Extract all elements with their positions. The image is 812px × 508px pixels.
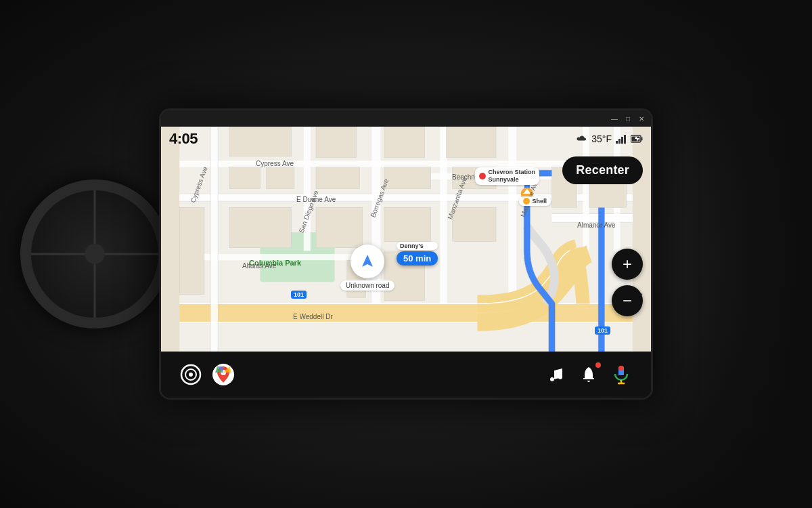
- svg-rect-34: [384, 127, 425, 158]
- svg-rect-19: [440, 127, 447, 303]
- notification-dot: [595, 362, 601, 368]
- close-button[interactable]: ✕: [637, 114, 646, 123]
- svg-rect-33: [447, 127, 496, 158]
- columbia-park-label: Columbia Park: [249, 259, 301, 267]
- zoom-in-button[interactable]: +: [612, 249, 643, 280]
- e-weddell-label: E Weddell Dr: [293, 313, 333, 320]
- svg-rect-32: [453, 207, 496, 241]
- zoom-controls: + −: [612, 249, 643, 316]
- svg-rect-29: [384, 167, 431, 189]
- bell-icon: [580, 366, 597, 383]
- assistant-icon: [611, 364, 631, 385]
- notifications-nav-item[interactable]: [572, 358, 605, 391]
- svg-rect-30: [384, 207, 431, 241]
- svg-rect-55: [618, 366, 624, 371]
- svg-rect-39: [179, 207, 204, 294]
- maps-nav-item[interactable]: [207, 358, 240, 391]
- dennys-route-info: Denny's 50 min: [397, 242, 438, 266]
- highway-shield-101-right: 101: [595, 326, 610, 335]
- cypress-ave-label: Cypress Ave: [256, 160, 294, 167]
- svg-rect-25: [267, 167, 294, 189]
- recenter-button[interactable]: Recenter: [562, 156, 643, 184]
- maps-icon: [212, 363, 235, 386]
- shell-poi[interactable]: Shell: [519, 196, 551, 206]
- minimize-button[interactable]: —: [610, 114, 618, 123]
- nav-location-bubble: Unknown road: [340, 245, 394, 291]
- bottom-nav-bar: [161, 352, 651, 398]
- svg-point-51: [189, 373, 193, 377]
- svg-rect-24: [229, 167, 261, 189]
- svg-rect-36: [229, 127, 292, 156]
- home-nav-item[interactable]: [175, 358, 207, 391]
- maximize-button[interactable]: □: [624, 114, 632, 123]
- svg-rect-14: [210, 127, 218, 352]
- highway-shield-101: 101: [291, 291, 307, 299]
- svg-rect-56: [618, 371, 624, 375]
- svg-rect-2: [179, 303, 633, 322]
- zoom-out-button[interactable]: −: [612, 285, 643, 316]
- assistant-nav-item[interactable]: [605, 358, 637, 391]
- infotainment-screen: — □ ✕: [159, 108, 653, 400]
- steering-wheel: [20, 179, 169, 329]
- svg-rect-20: [508, 127, 516, 303]
- right-panel: [690, 0, 812, 508]
- svg-rect-27: [229, 207, 292, 248]
- music-icon: [547, 366, 565, 383]
- home-icon: [180, 364, 202, 385]
- title-bar: — □ ✕: [161, 110, 651, 127]
- svg-rect-28: [316, 207, 363, 248]
- svg-rect-35: [316, 127, 357, 158]
- almanor-label: Almanor Ave: [577, 221, 616, 229]
- music-nav-item[interactable]: [540, 358, 572, 391]
- svg-rect-26: [316, 167, 359, 189]
- chevron-poi[interactable]: Chevron StationSunnyvale: [475, 167, 539, 185]
- e-duane-label: E Duane Ave: [296, 196, 336, 203]
- svg-rect-21: [583, 127, 589, 251]
